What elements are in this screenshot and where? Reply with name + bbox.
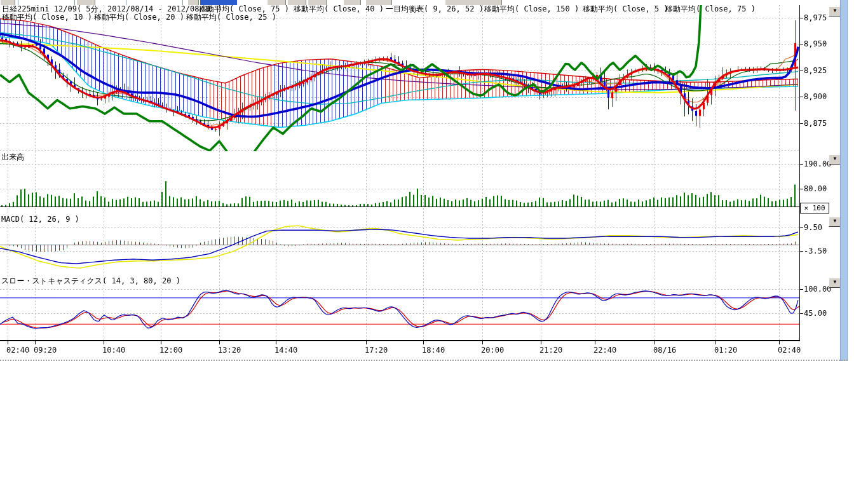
price-tick-8925: 8,925 xyxy=(804,67,827,74)
legend-ma150: 移動平均( Close, 150 ) xyxy=(484,5,579,13)
volume-tick-190: 190.00 xyxy=(804,160,831,168)
macd-tick-9-5: 9.50 xyxy=(804,224,822,231)
time-label-0120: 01:20 xyxy=(714,346,737,354)
chevron-down-icon: ▼ xyxy=(834,8,837,13)
legend-ma40: 移動平均( Close, 40 ) xyxy=(294,5,384,13)
chevron-down-icon: ▼ xyxy=(834,218,837,224)
legend-ichimoku: 一目均衡表( 9, 26, 52 ) xyxy=(386,5,484,13)
time-label-1200: 12:00 xyxy=(159,346,182,354)
chevron-down-icon: ▼ xyxy=(834,279,837,285)
price-scale-dropdown-button[interactable]: ▼ xyxy=(829,6,841,17)
price-tick-8900: 8,900 xyxy=(804,93,827,100)
volume-multiplier-box: × 100 xyxy=(800,203,829,214)
time-label-2240: 22:40 xyxy=(593,346,616,354)
time-label-1440: 14:40 xyxy=(275,346,297,354)
macd-scale-dropdown-button[interactable]: ▼ xyxy=(829,217,841,227)
price-tick-8875: 8,875 xyxy=(804,119,827,127)
time-label-1040: 10:40 xyxy=(102,346,125,354)
stoch-tick-45: 45.00 xyxy=(804,309,827,317)
legend-ma5: 移動平均( Close, 5 ) xyxy=(583,5,668,13)
time-label-1840: 18:40 xyxy=(422,346,445,354)
time-label-0920: 09:20 xyxy=(34,346,57,354)
time-label-0240b: 02:40 xyxy=(778,346,801,354)
volume-tick-80: 80.00 xyxy=(804,185,827,193)
legend-ma75-2: 移動平均( Close, 75 ) xyxy=(665,5,756,13)
volume-scale-dropdown-button[interactable]: ▼ xyxy=(829,154,841,165)
macd-tick-m3-5: -3.50 xyxy=(804,247,827,255)
stoch-pane-title: スロー・ストキャスティクス( 14, 3, 80, 20 ) xyxy=(1,277,180,285)
legend-ma25: 移動平均( Close, 25 ) xyxy=(186,13,276,22)
time-label-0240a: 02:40 xyxy=(6,346,29,354)
legend-ma20: 移動平均( Close, 20 ) xyxy=(94,13,184,22)
price-tick-8950: 8,950 xyxy=(804,40,827,48)
chart-application-window: 日経225mini 12/09( 5分, 2012/08/14 - 2012/0… xyxy=(0,0,868,488)
vertical-scrollbar-strip[interactable] xyxy=(840,0,848,361)
time-label-2000: 20:00 xyxy=(481,346,504,354)
stoch-scale-dropdown-button[interactable]: ▼ xyxy=(829,278,841,288)
volume-pane-title: 出来高 xyxy=(1,153,24,161)
legend-ma10: 移動平均( Close, 10 ) xyxy=(2,13,92,22)
price-tick-8975: 8,975 xyxy=(804,14,827,22)
chevron-down-icon: ▼ xyxy=(834,156,837,161)
stoch-tick-100: 100.00 xyxy=(804,285,831,293)
window-resize-edge xyxy=(0,360,848,363)
chart-plot-canvas[interactable] xyxy=(0,0,868,488)
time-label-1320: 13:20 xyxy=(218,346,241,354)
time-label-0816: 08/16 xyxy=(653,346,676,354)
time-label-1720: 17:20 xyxy=(365,346,388,354)
macd-pane-title: MACD( 12, 26, 9 ) xyxy=(1,215,79,224)
time-label-2120: 21:20 xyxy=(539,346,562,354)
